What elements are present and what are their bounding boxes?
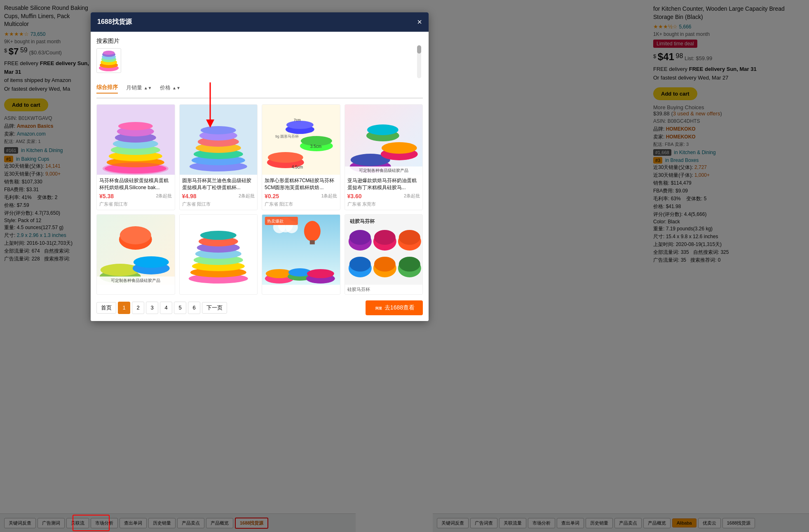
page-buttons: 首页 1 2 3 4 5 6 下一页 [96, 302, 227, 314]
product-image-8: 硅胶马芬杯 [345, 215, 423, 285]
filter-price[interactable]: 价格 ▲▼ [160, 82, 180, 93]
product-image-5 [97, 215, 175, 285]
svg-text:7cm: 7cm [294, 118, 301, 122]
page-first-btn[interactable]: 首页 [96, 302, 116, 314]
product-image-2 [180, 105, 258, 175]
filter-comprehensive[interactable]: 综合排序 [96, 82, 118, 94]
filter-bar: 综合排序 月销量 ▲▼ 价格 ▲▼ [96, 82, 423, 98]
product-card-1[interactable]: 马芬杯食品级硅胶蛋挞模具蛋糕杯托烘焙模具Silicone bak... ¥5.3… [96, 104, 175, 210]
page-3-btn[interactable]: 3 [146, 302, 158, 314]
product-card-4-batch: 2条起批 [404, 193, 420, 199]
product-image-6 [180, 215, 258, 285]
modal-title: 1688找货源 [97, 18, 132, 26]
modal-header: 1688找货源 × [91, 12, 429, 32]
product-card-4-title: 亚马逊爆款烘焙马芬杯奶油蛋糕蛋挞布丁米糕模具硅胶马... [345, 175, 423, 192]
svg-point-26 [268, 152, 303, 163]
product-card-2-price: ¥4.98 [182, 193, 197, 199]
product-grid: 马芬杯食品级硅胶蛋挞模具蛋糕杯托烘焙模具Silicone bak... ¥5.3… [96, 104, 423, 295]
svg-point-74 [399, 230, 420, 245]
svg-text:热卖爆款: 热卖爆款 [267, 219, 284, 223]
svg-text:4.5cm: 4.5cm [292, 165, 303, 169]
product-card-6-info [180, 285, 258, 288]
filter-monthly-sales[interactable]: 月销量 ▲▼ [126, 82, 152, 93]
product-card-4-location: 广东省 东莞市 [345, 200, 423, 210]
page-5-btn[interactable]: 5 [174, 302, 186, 314]
svg-point-78 [374, 257, 395, 272]
product-4-badge: 可定制各种食品级硅胶产品 [345, 166, 423, 175]
search-thumbnail [96, 48, 121, 73]
modal-overlay[interactable]: 1688找货源 × 搜索图片 [0, 0, 809, 532]
scrollbar-track [417, 45, 421, 78]
product-card-1-title: 马芬杯食品级硅胶蛋挞模具蛋糕杯托烘焙模具Silicone bak... [97, 175, 175, 192]
product-card-3-title: 加厚心形蛋糕杯7CM硅胶马芬杯5CM圆形泡芙蛋糕杯烘焙... [262, 175, 340, 192]
svg-point-80 [399, 257, 420, 272]
product-image-7: 热卖爆款 [262, 215, 340, 285]
svg-point-46 [120, 226, 151, 244]
svg-text:阿里: 阿里 [375, 307, 382, 310]
svg-text:硅胶马芬杯: 硅胶马芬杯 [349, 218, 375, 224]
page-next-btn[interactable]: 下一页 [202, 302, 227, 314]
product-image-4 [345, 105, 423, 175]
product-card-3-price: ¥0.25 [265, 193, 279, 199]
product-card-1-price: ¥5.38 [99, 193, 114, 199]
page-6-btn[interactable]: 6 [188, 302, 200, 314]
product-card-2[interactable]: 圆形马芬杯莫兰迪色食品级硅胶蛋挞模具布丁松饼蛋糕杯... ¥4.98 2条起批 … [179, 104, 258, 210]
product-card-3-location: 广东省 阳江市 [262, 200, 340, 210]
product-card-7-info [262, 285, 340, 288]
product-card-2-location: 广东省 阳江市 [180, 200, 258, 210]
svg-point-24 [200, 126, 236, 134]
svg-point-6 [103, 51, 115, 55]
product-card-2-batch: 2条起批 [239, 193, 255, 199]
product-card-8[interactable]: 硅胶马芬杯 [345, 214, 423, 295]
product-card-5[interactable]: 可定制各种食品级硅胶产品 [96, 214, 175, 295]
modal-body: 搜索图片 [91, 32, 429, 321]
svg-point-38 [381, 142, 417, 154]
svg-point-54 [200, 231, 236, 240]
svg-point-58 [304, 221, 321, 241]
search-thumb-row [96, 48, 423, 78]
product-card-3[interactable]: 4.5cm 3.5cm 7cm 9g 圆形马芬杯 加厚心形蛋糕杯7CM硅胶马芬杯… [262, 104, 340, 210]
product-card-5-location [97, 285, 175, 288]
page-4-btn[interactable]: 4 [160, 302, 172, 314]
pagination-section: 首页 1 2 3 4 5 6 下一页 阿里 去1688查看 [96, 300, 423, 315]
svg-rect-59 [310, 240, 315, 244]
product-image-1 [97, 105, 175, 175]
modal-close-button[interactable]: × [417, 17, 422, 27]
product-card-6[interactable] [179, 214, 258, 295]
svg-point-30 [286, 121, 314, 129]
product-card-3-batch: 1条起批 [321, 193, 337, 199]
alibaba-icon: 阿里 [374, 304, 382, 312]
modal-1688: 1688找货源 × 搜索图片 [91, 12, 429, 321]
page-1-btn[interactable]: 1 [118, 302, 130, 314]
search-image-label: 搜索图片 [96, 37, 423, 45]
svg-text:9g 圆形马芬杯: 9g 圆形马芬杯 [275, 134, 299, 138]
product-card-4[interactable]: 可定制各种食品级硅胶产品 亚马逊爆款烘焙马芬杯奶油蛋糕蛋挞布丁米糕模具硅胶马..… [345, 104, 423, 210]
svg-point-44 [134, 256, 169, 268]
product-card-7[interactable]: 热卖爆款 [262, 214, 340, 295]
svg-point-17 [103, 162, 169, 175]
page-2-btn[interactable]: 2 [132, 302, 144, 314]
thumbnail-image [98, 49, 120, 72]
product-card-2-title: 圆形马芬杯莫兰迪色食品级硅胶蛋挞模具布丁松饼蛋糕杯... [180, 175, 258, 192]
svg-point-65 [307, 269, 334, 278]
product-5-badge: 可定制各种食品级硅胶产品 [97, 277, 175, 285]
svg-point-40 [367, 124, 398, 135]
product-card-1-location: 广东省 阳江市 [97, 200, 175, 210]
product-image-3: 4.5cm 3.5cm 7cm 9g 圆形马芬杯 [262, 105, 340, 175]
product-card-8-title: 硅胶马芬杯 [345, 285, 423, 294]
svg-text:3.5cm: 3.5cm [310, 144, 321, 149]
goto-1688-button[interactable]: 阿里 去1688查看 [366, 300, 423, 315]
svg-point-72 [374, 230, 395, 245]
svg-point-70 [349, 230, 370, 245]
scrollbar-thumb[interactable] [417, 45, 421, 54]
svg-point-76 [349, 257, 370, 272]
svg-point-16 [118, 122, 153, 130]
product-card-4-price: ¥3.60 [347, 193, 362, 199]
product-card-1-batch: 2条起批 [156, 193, 172, 199]
